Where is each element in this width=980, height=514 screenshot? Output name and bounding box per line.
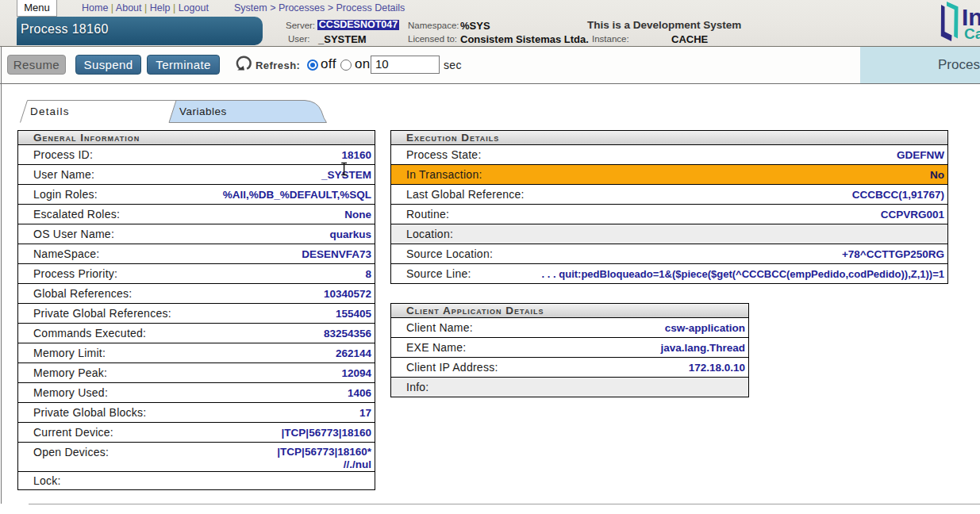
svg-text:Variables: Variables: [179, 105, 227, 117]
svg-text:Details: Details: [30, 105, 70, 117]
